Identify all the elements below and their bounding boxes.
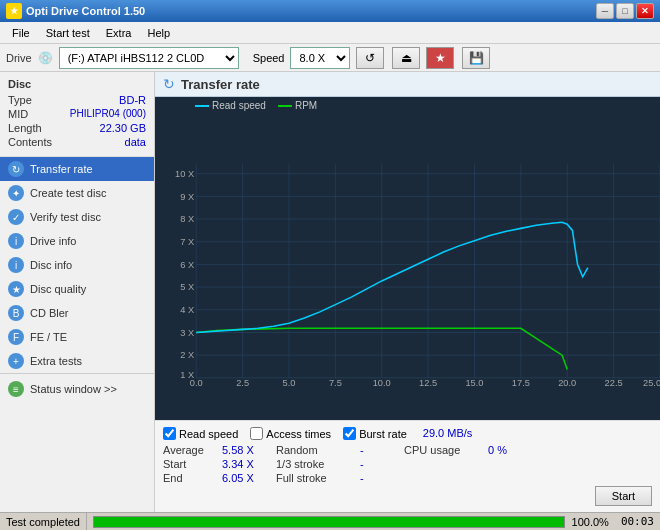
drive-label: Drive — [6, 52, 32, 64]
svg-text:17.5: 17.5 — [512, 378, 530, 388]
contents-value: data — [125, 136, 146, 148]
title-bar: ★ Opti Drive Control 1.50 ─ □ ✕ — [0, 0, 660, 22]
mid-value: PHILIPR04 (000) — [70, 108, 146, 120]
minimize-button[interactable]: ─ — [596, 3, 614, 19]
save-button[interactable]: 💾 — [462, 47, 490, 69]
verify-test-disc-icon: ✓ — [8, 209, 24, 225]
cpu-usage-label: CPU usage — [404, 444, 484, 456]
end-value: 6.05 X — [222, 472, 272, 484]
type-value: BD-R — [119, 94, 146, 106]
elapsed-time: 00:03 — [621, 515, 654, 528]
content-header: ↻ Transfer rate — [155, 72, 660, 97]
access-times-checkbox[interactable] — [250, 427, 263, 440]
svg-text:15.0: 15.0 — [465, 378, 483, 388]
access-times-checkbox-label[interactable]: Access times — [250, 427, 331, 440]
speed-select[interactable]: 8.0 X — [290, 47, 350, 69]
average-label: Average — [163, 444, 218, 456]
sidebar: Disc Type BD-R MID PHILIPR04 (000) Lengt… — [0, 72, 155, 512]
create-test-disc-icon: ✦ — [8, 185, 24, 201]
chart-area: Read speed RPM — [155, 97, 660, 420]
sidebar-item-create-test-disc[interactable]: ✦ Create test disc — [0, 181, 154, 205]
close-button[interactable]: ✕ — [636, 3, 654, 19]
app-title: Opti Drive Control 1.50 — [26, 5, 145, 17]
sidebar-item-transfer-rate[interactable]: ↻ Transfer rate — [0, 157, 154, 181]
burst-value: 29.0 MB/s — [423, 427, 473, 440]
drive-select[interactable]: (F:) ATAPI iHBS112 2 CL0D — [59, 47, 239, 69]
legend-read-speed: Read speed — [195, 100, 266, 111]
burst-rate-checkbox-label[interactable]: Burst rate — [343, 427, 407, 440]
disc-info-icon: i — [8, 257, 24, 273]
length-value: 22.30 GB — [100, 122, 146, 134]
maximize-button[interactable]: □ — [616, 3, 634, 19]
transfer-rate-chart: 10 X 9 X 8 X 7 X 6 X 5 X 4 X 3 X 2 X 1 X… — [155, 113, 660, 420]
end-label: End — [163, 472, 218, 484]
svg-text:0.0: 0.0 — [190, 378, 203, 388]
legend-rpm: RPM — [278, 100, 317, 111]
test-completed-section: Test completed — [0, 513, 87, 530]
read-speed-checkbox[interactable] — [163, 427, 176, 440]
burst-rate-checkbox[interactable] — [343, 427, 356, 440]
drive-info-icon: i — [8, 233, 24, 249]
svg-text:5 X: 5 X — [180, 282, 194, 292]
stats-area: Read speed Access times Burst rate 29.0 … — [155, 420, 660, 512]
status-window-label: Status window >> — [30, 383, 117, 395]
transfer-rate-icon: ↻ — [8, 161, 24, 177]
svg-text:2 X: 2 X — [180, 350, 194, 360]
start-value: 3.34 X — [222, 458, 272, 470]
cpu-usage-value: 0 % — [488, 444, 528, 456]
svg-text:8 X: 8 X — [180, 214, 194, 224]
one-third-stroke-value: - — [360, 458, 400, 470]
sidebar-item-extra-tests[interactable]: + Extra tests — [0, 349, 154, 373]
svg-text:7.5: 7.5 — [329, 378, 342, 388]
sidebar-item-disc-quality[interactable]: ★ Disc quality — [0, 277, 154, 301]
one-third-stroke-label: 1/3 stroke — [276, 458, 356, 470]
svg-text:12.5: 12.5 — [419, 378, 437, 388]
start-button[interactable]: Start — [595, 486, 652, 506]
time-section: 00:03 — [615, 515, 660, 528]
status-window-icon: ≡ — [8, 381, 24, 397]
svg-text:3 X: 3 X — [180, 328, 194, 338]
cd-bler-icon: B — [8, 305, 24, 321]
sidebar-item-drive-info[interactable]: i Drive info — [0, 229, 154, 253]
svg-text:10 X: 10 X — [175, 169, 194, 179]
sidebar-item-fe-te[interactable]: F FE / TE — [0, 325, 154, 349]
svg-text:25.0 GB: 25.0 GB — [643, 378, 660, 388]
chart-legend: Read speed RPM — [155, 97, 660, 113]
sidebar-item-cd-bler[interactable]: B CD Bler — [0, 301, 154, 325]
svg-text:4 X: 4 X — [180, 305, 194, 315]
average-value: 5.58 X — [222, 444, 272, 456]
legend-read-dot — [195, 105, 209, 107]
settings-button[interactable]: ★ — [426, 47, 454, 69]
progress-container: 100.0% — [87, 514, 615, 530]
status-window-button[interactable]: ≡ Status window >> — [8, 378, 146, 400]
progress-bar-background — [93, 516, 565, 528]
sidebar-item-disc-info[interactable]: i Disc info — [0, 253, 154, 277]
random-label: Random — [276, 444, 356, 456]
svg-text:20.0: 20.0 — [558, 378, 576, 388]
progress-percentage: 100.0% — [569, 516, 609, 528]
read-speed-checkbox-label[interactable]: Read speed — [163, 427, 238, 440]
app-icon: ★ — [6, 3, 22, 19]
fe-te-icon: F — [8, 329, 24, 345]
drive-icon: 💿 — [38, 51, 53, 65]
disc-info-block: Disc Type BD-R MID PHILIPR04 (000) Lengt… — [0, 72, 154, 157]
speed-label: Speed — [253, 52, 285, 64]
menu-extra[interactable]: Extra — [98, 25, 140, 41]
menu-help[interactable]: Help — [139, 25, 178, 41]
drive-bar: Drive 💿 (F:) ATAPI iHBS112 2 CL0D Speed … — [0, 44, 660, 72]
svg-text:22.5: 22.5 — [605, 378, 623, 388]
svg-text:2.5: 2.5 — [236, 378, 249, 388]
mid-label: MID — [8, 108, 28, 120]
disc-section-title: Disc — [8, 78, 146, 90]
status-bar: Test completed 100.0% 00:03 — [0, 512, 660, 530]
legend-rpm-dot — [278, 105, 292, 107]
svg-text:9 X: 9 X — [180, 192, 194, 202]
type-label: Type — [8, 94, 32, 106]
start-label: Start — [163, 458, 218, 470]
menu-file[interactable]: File — [4, 25, 38, 41]
test-completed-text: Test completed — [6, 516, 80, 528]
refresh-button[interactable]: ↺ — [356, 47, 384, 69]
menu-start-test[interactable]: Start test — [38, 25, 98, 41]
eject-button[interactable]: ⏏ — [392, 47, 420, 69]
sidebar-item-verify-test-disc[interactable]: ✓ Verify test disc — [0, 205, 154, 229]
